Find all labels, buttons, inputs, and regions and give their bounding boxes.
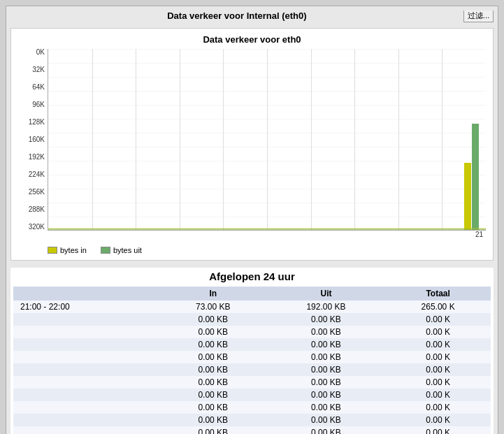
cell-total: 265.00 K [385, 301, 491, 313]
cell-out: 192.00 KB [267, 301, 386, 313]
cell-out: 0.00 KB [267, 376, 386, 389]
cell-in: 0.00 KB [159, 338, 267, 351]
v-grid-line [354, 49, 355, 230]
table-row: 0.00 KB 0.00 KB 0.00 K [13, 363, 491, 376]
main-container: 过滤... Data verkeer voor Internal (eth0) … [6, 6, 498, 434]
y-label-2: 256K [18, 189, 45, 196]
chart-plot-inner [48, 49, 486, 230]
table-row: 0.00 KB 0.00 KB 0.00 K [13, 376, 491, 389]
summary-table: In Uit Totaal 21:00 - 22:00 73.00 KB 192… [13, 287, 491, 434]
y-label-1: 288K [18, 206, 45, 213]
v-grid-line [136, 49, 136, 230]
table-header-row: In Uit Totaal [13, 287, 491, 301]
cell-in: 0.00 KB [159, 401, 267, 414]
cell-total: 0.00 K [385, 326, 491, 338]
cell-in: 0.00 KB [159, 363, 267, 376]
cell-time: 21:00 - 22:00 [13, 301, 159, 313]
cell-out: 0.00 KB [267, 313, 386, 326]
cell-out: 0.00 KB [267, 363, 386, 376]
cell-time [13, 426, 159, 434]
cell-total: 0.00 K [385, 376, 491, 389]
cell-total: 0.00 K [385, 338, 491, 351]
table-row: 0.00 KB 0.00 KB 0.00 K [13, 414, 491, 426]
y-label-0: 320K [18, 224, 45, 231]
table-row: 0.00 KB 0.00 KB 0.00 K [13, 401, 491, 414]
cell-in: 0.00 KB [159, 326, 267, 338]
y-label-3: 224K [18, 171, 45, 178]
y-label-4: 192K [18, 154, 45, 161]
outer-title: Data verkeer voor Internal (eth0) [10, 10, 494, 21]
x-label: 21 [475, 231, 483, 238]
cell-time [13, 326, 159, 338]
x-axis-row: 21 [48, 231, 486, 242]
legend-item-out: bytes uit [101, 246, 142, 254]
legend-in-label: bytes in [60, 246, 87, 254]
cell-in: 0.00 KB [159, 313, 267, 326]
table-row: 0.00 KB 0.00 KB 0.00 K [13, 338, 491, 351]
y-label-6: 128K [18, 119, 45, 126]
legend-item-in: bytes in [48, 246, 87, 254]
table-row: 0.00 KB 0.00 KB 0.00 K [13, 389, 491, 401]
y-label-10: 0K [18, 49, 45, 56]
cell-in: 73.00 KB [159, 301, 267, 313]
chart-plot [48, 49, 486, 231]
cell-time [13, 389, 159, 401]
table-row: 0.00 KB 0.00 KB 0.00 K [13, 313, 491, 326]
cell-in: 0.00 KB [159, 389, 267, 401]
cell-out: 0.00 KB [267, 326, 386, 338]
cell-out: 0.00 KB [267, 414, 386, 426]
table-row: 0.00 KB 0.00 KB 0.00 K [13, 426, 491, 434]
table-row: 21:00 - 22:00 73.00 KB 192.00 KB 265.00 … [13, 301, 491, 313]
cell-time [13, 414, 159, 426]
legend-box-in [48, 247, 57, 254]
cell-in: 0.00 KB [159, 376, 267, 389]
cell-out: 0.00 KB [267, 338, 386, 351]
v-grid-line [92, 49, 93, 230]
cell-time [13, 376, 159, 389]
v-grid-line [311, 49, 312, 230]
chart-title: Data verkeer voor eth0 [18, 34, 486, 45]
cell-time [13, 351, 159, 363]
cell-total: 0.00 K [385, 401, 491, 414]
v-grid-line [223, 49, 224, 230]
y-label-5: 160K [18, 136, 45, 143]
legend-out-label: bytes uit [113, 246, 142, 254]
y-label-9: 32K [18, 66, 45, 73]
cell-out: 0.00 KB [267, 426, 386, 434]
table-row: 0.00 KB 0.00 KB 0.00 K [13, 326, 491, 338]
y-label-7: 96K [18, 101, 45, 108]
bar-group [464, 124, 479, 230]
filter-button[interactable]: 过滤... [463, 10, 494, 22]
table-row: 0.00 KB 0.00 KB 0.00 K [13, 351, 491, 363]
col-header-in: In [159, 287, 267, 301]
cell-total: 0.00 K [385, 351, 491, 363]
chart-container: Data verkeer voor eth0 320K 288K 256K 22… [10, 28, 494, 261]
chart-graph: 320K 288K 256K 224K 192K 160K 128K 96K 6… [18, 49, 486, 231]
bar-in [464, 163, 471, 230]
cell-total: 0.00 K [385, 363, 491, 376]
cell-in: 0.00 KB [159, 351, 267, 363]
summary-title: Afgelopen 24 uur [13, 270, 491, 282]
y-axis: 320K 288K 256K 224K 192K 160K 128K 96K 6… [18, 49, 48, 231]
cell-total: 0.00 K [385, 389, 491, 401]
cell-in: 0.00 KB [159, 414, 267, 426]
col-header-totaal: Totaal [385, 287, 491, 301]
legend: bytes in bytes uit [48, 246, 486, 254]
cell-total: 0.00 K [385, 426, 491, 434]
chart-area: 320K 288K 256K 224K 192K 160K 128K 96K 6… [18, 49, 486, 254]
y-label-8: 64K [18, 84, 45, 91]
cell-total: 0.00 K [385, 414, 491, 426]
cell-out: 0.00 KB [267, 389, 386, 401]
bar-out [472, 124, 479, 230]
baseline-out [48, 229, 486, 230]
cell-time [13, 363, 159, 376]
v-grid-line [442, 49, 442, 230]
cell-time [13, 313, 159, 326]
cell-time [13, 401, 159, 414]
cell-in: 0.00 KB [159, 426, 267, 434]
cell-out: 0.00 KB [267, 351, 386, 363]
summary-section: Afgelopen 24 uur In Uit Totaal 21:00 - 2… [10, 268, 494, 434]
cell-time [13, 338, 159, 351]
outer-title-row: 过滤... Data verkeer voor Internal (eth0) [10, 10, 494, 25]
v-grid-line [180, 49, 180, 230]
